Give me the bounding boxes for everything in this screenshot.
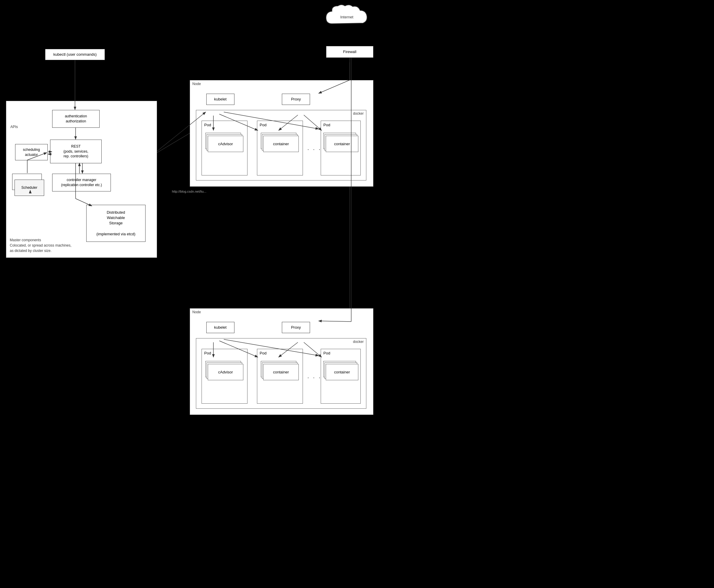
- watermark: http://blog.csdn.net/liu...: [172, 190, 206, 193]
- node1-box: Node kubelet Proxy docker Pod cAdvisor: [190, 80, 374, 187]
- node1-label: Node: [192, 82, 201, 86]
- auth-box: authentication authorization: [52, 110, 100, 128]
- master-components-label: Master components Colocated, or spread a…: [10, 237, 71, 253]
- node2-pod3-box: Pod container: [321, 349, 361, 404]
- node2-cadvisor-box1: cAdvisor: [208, 364, 243, 380]
- rest-box: REST (pods, services, rep. controllers): [50, 140, 102, 163]
- scheduler-inner-box: Scheduler: [15, 180, 44, 196]
- scheduling-actuator-box: scheduling actuator: [15, 144, 48, 160]
- node1-cadvisor-box1: cAdvisor: [208, 136, 243, 152]
- distributed-storage-box: Distributed Watchable Storage (implement…: [86, 205, 146, 242]
- node1-pod2-label: Pod: [260, 123, 267, 127]
- apis-label: APIs: [10, 125, 18, 129]
- node2-pod3-label: Pod: [323, 351, 330, 355]
- node2-kubelet-box: kubelet: [206, 322, 234, 333]
- node1-dots: · · ·: [307, 146, 321, 153]
- node2-docker-box: docker Pod cAdvisor Pod container: [196, 338, 366, 409]
- internet-cloud: Internet: [323, 3, 371, 33]
- firewall-box: Firewall: [326, 46, 374, 58]
- kubectl-box: kubectl (user commands): [45, 49, 105, 60]
- node2-docker-label: docker: [353, 340, 364, 344]
- node2-label: Node: [192, 310, 201, 314]
- node2-box: Node kubelet Proxy docker Pod cAdvisor: [190, 308, 374, 415]
- node1-docker-box: docker Pod cAdvisor Pod container: [196, 110, 366, 181]
- node1-pod2-box: Pod container: [257, 121, 303, 175]
- node2-proxy-box: Proxy: [282, 322, 310, 333]
- node2-dots: · · ·: [307, 374, 321, 381]
- node2-pod1-label: Pod: [204, 351, 211, 355]
- node1-kubelet-box: kubelet: [206, 93, 234, 105]
- node1-docker-label: docker: [353, 111, 364, 115]
- node1-pod1-box: Pod cAdvisor: [202, 121, 248, 175]
- node2-container3-box1: container: [326, 364, 358, 380]
- controller-manager-box: controller manager (replication controll…: [52, 174, 111, 191]
- diagram-area: Internet Firewall kubectl (user commands…: [0, 0, 714, 588]
- node2-pod2-label: Pod: [260, 351, 267, 355]
- node2-pod2-box: Pod container: [257, 349, 303, 404]
- node1-pod3-box: Pod container: [321, 121, 361, 175]
- svg-text:Internet: Internet: [340, 15, 353, 19]
- master-outer-box: APIs authentication authorization REST (…: [6, 101, 157, 258]
- firewall-label: Firewall: [343, 49, 357, 55]
- node1-container2-box1: container: [263, 136, 299, 152]
- node1-container3-box1: container: [326, 136, 358, 152]
- node1-proxy-box: Proxy: [282, 93, 310, 105]
- node1-pod1-label: Pod: [204, 123, 211, 127]
- node2-pod1-box: Pod cAdvisor: [202, 349, 248, 404]
- node2-container2-box1: container: [263, 364, 299, 380]
- kubectl-label: kubectl (user commands): [54, 52, 97, 57]
- node1-pod3-label: Pod: [323, 123, 330, 127]
